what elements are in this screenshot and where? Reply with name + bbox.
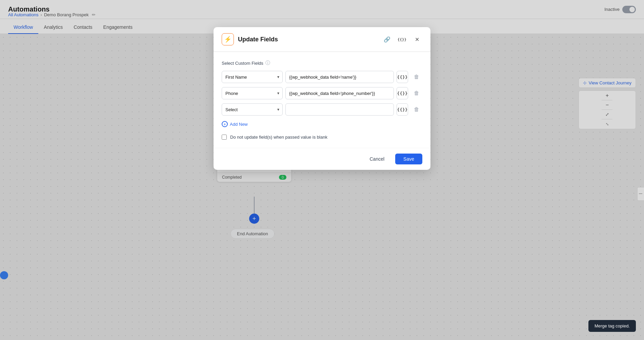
field-input-3[interactable] xyxy=(285,103,394,116)
field-select-wrapper-1: First Name Phone Select xyxy=(222,71,283,83)
toast-notification: Merge tag copied. xyxy=(588,320,636,332)
field-row-3: Select First Name Phone {{}} 🗑 xyxy=(222,103,422,116)
field-select-wrapper-2: First Name Phone Select xyxy=(222,87,283,99)
delete-btn-2[interactable]: 🗑 xyxy=(411,87,422,99)
cancel-button[interactable]: Cancel xyxy=(363,154,391,164)
link-icon-button[interactable]: 🔗 xyxy=(382,34,393,45)
add-new-icon: + xyxy=(222,121,228,127)
add-new-label: Add New xyxy=(230,122,248,127)
modal-header-left: ⚡ Update Fields xyxy=(222,33,278,45)
section-label-text: Select Custom Fields xyxy=(222,61,263,66)
merge-tag-btn-3[interactable]: {{}} xyxy=(397,103,408,116)
modal-header: ⚡ Update Fields 🔗 {{}} ✕ xyxy=(214,27,430,52)
checkbox-label: Do not update field(s) when passed value… xyxy=(230,135,327,140)
field-select-1[interactable]: First Name Phone Select xyxy=(222,71,283,83)
delete-btn-1[interactable]: 🗑 xyxy=(411,71,422,83)
modal-title: Update Fields xyxy=(238,36,278,43)
modal-body: Select Custom Fields ⓘ First Name Phone … xyxy=(214,52,430,148)
modal-icon: ⚡ xyxy=(222,33,234,45)
save-button[interactable]: Save xyxy=(395,154,422,164)
field-input-2[interactable] xyxy=(285,87,394,99)
delete-btn-3[interactable]: 🗑 xyxy=(411,103,422,116)
merge-tag-icon-button[interactable]: {{}} xyxy=(397,34,407,45)
merge-tag-btn-1[interactable]: {{}} xyxy=(397,71,408,83)
update-fields-modal: ⚡ Update Fields 🔗 {{}} ✕ Select Custom F… xyxy=(214,27,430,170)
no-update-blank-checkbox[interactable] xyxy=(222,135,227,140)
info-icon: ⓘ xyxy=(265,60,270,66)
modal-header-icons: 🔗 {{}} ✕ xyxy=(382,34,422,45)
field-row-2: First Name Phone Select {{}} 🗑 xyxy=(222,87,422,99)
modal-footer: Cancel Save xyxy=(214,148,430,170)
section-label: Select Custom Fields ⓘ xyxy=(222,60,422,66)
field-row-1: First Name Phone Select {{}} 🗑 xyxy=(222,71,422,83)
lightning-icon: ⚡ xyxy=(224,36,232,43)
field-input-1[interactable] xyxy=(285,71,394,83)
add-new-button[interactable]: + Add New xyxy=(222,120,422,128)
close-modal-button[interactable]: ✕ xyxy=(411,34,422,45)
field-select-2[interactable]: First Name Phone Select xyxy=(222,87,283,99)
merge-tag-btn-2[interactable]: {{}} xyxy=(397,87,408,99)
toast-message: Merge tag copied. xyxy=(595,323,630,328)
modal-overlay: ⚡ Update Fields 🔗 {{}} ✕ Select Custom F… xyxy=(0,0,644,340)
field-select-wrapper-3: Select First Name Phone xyxy=(222,103,283,116)
field-select-3[interactable]: Select First Name Phone xyxy=(222,103,283,116)
checkbox-row: Do not update field(s) when passed value… xyxy=(222,135,422,140)
